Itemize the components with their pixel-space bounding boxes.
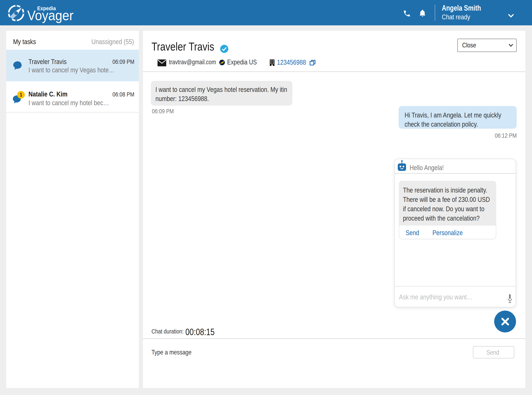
svg-text:1: 1 [20,92,22,98]
